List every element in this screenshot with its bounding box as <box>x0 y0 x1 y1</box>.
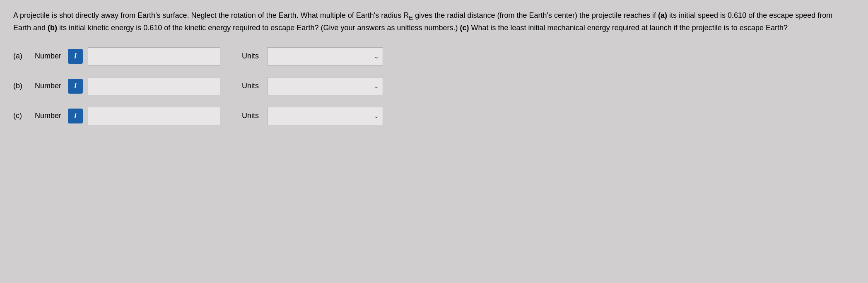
part-c-row: (c) Number i Units J kJ MJ ⌄ <box>13 107 855 125</box>
part-b-units-label: Units <box>242 82 259 90</box>
part-b-row: (b) Number i Units unitless ⌄ <box>13 77 855 95</box>
part-a-units-label: Units <box>242 52 259 60</box>
part-b-number-input[interactable] <box>88 77 220 95</box>
part-c-info-button[interactable]: i <box>68 109 83 123</box>
part-c-units-select[interactable]: J kJ MJ <box>267 107 383 125</box>
part-a-units-wrapper: unitless ⌄ <box>267 47 383 65</box>
part-b-units-wrapper: unitless ⌄ <box>267 77 383 95</box>
part-a-units-select[interactable]: unitless <box>267 47 383 65</box>
part-c-label: (c) <box>13 111 30 120</box>
part-c-units-label: Units <box>242 111 259 120</box>
part-b-number-label: Number <box>35 82 61 90</box>
question-text: A projectile is shot directly away from … <box>13 10 850 34</box>
part-a-number-input[interactable] <box>88 47 220 65</box>
part-b-label: (b) <box>13 82 30 90</box>
part-a-info-icon: i <box>75 52 77 60</box>
part-a-row: (a) Number i Units unitless ⌄ <box>13 47 855 65</box>
part-a-label: (a) <box>13 52 30 60</box>
part-c-number-label: Number <box>35 111 61 120</box>
part-b-info-icon: i <box>75 82 77 90</box>
part-a-number-label: Number <box>35 52 61 60</box>
part-b-info-button[interactable]: i <box>68 79 83 94</box>
part-c-number-input[interactable] <box>88 107 220 125</box>
part-b-units-select[interactable]: unitless <box>267 77 383 95</box>
part-c-units-wrapper: J kJ MJ ⌄ <box>267 107 383 125</box>
part-c-info-icon: i <box>75 111 77 120</box>
parts-container: (a) Number i Units unitless ⌄ (b) Number… <box>13 47 855 125</box>
part-a-info-button[interactable]: i <box>68 49 83 64</box>
